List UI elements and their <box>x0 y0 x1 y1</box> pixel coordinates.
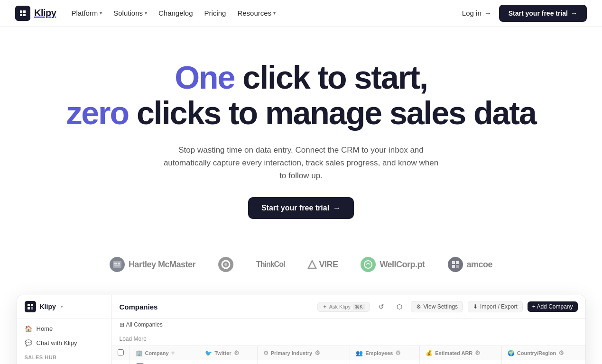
ai-icon: ✦ <box>323 304 327 310</box>
th-industry[interactable]: ⚙ Primary Industry ⚙ <box>257 346 350 360</box>
svg-rect-13 <box>31 304 33 306</box>
keyboard-shortcut: ⌘K <box>353 304 365 310</box>
grid-icon: ⊞ <box>120 321 124 328</box>
login-button[interactable]: Log in → <box>462 9 491 17</box>
brand-logos: Hartley McMaster ThinkCol VIRE WellCorp.… <box>0 242 602 295</box>
svg-rect-1 <box>114 263 117 264</box>
nav-item-solutions[interactable]: Solutions ▾ <box>113 9 147 17</box>
th-company-label: Company <box>145 350 169 356</box>
select-all-checkbox[interactable] <box>118 349 124 355</box>
nav-solutions-label: Solutions <box>113 9 143 17</box>
row-1-employees[interactable]: 1-10 <box>350 360 420 364</box>
svg-rect-2 <box>118 263 120 264</box>
svg-rect-3 <box>114 265 120 266</box>
trial-button-nav[interactable]: Start your free trial → <box>499 5 587 22</box>
th-company[interactable]: 🏢 Company + <box>130 346 199 360</box>
brand-thinkcol: ThinkCol <box>256 260 285 269</box>
sidebar-item-deals[interactable]: 📋 Deals <box>17 362 111 364</box>
row-1-twitter[interactable]: klipyai <box>199 360 257 364</box>
nav-item-changelog[interactable]: Changelog <box>158 9 193 17</box>
sub-toolbar: ⊞ All Companies <box>112 318 585 331</box>
th-twitter[interactable]: 🐦 Twitter ⚙ <box>199 346 257 360</box>
twitter-col-icon: 🐦 <box>205 350 212 356</box>
hero-cta-button[interactable]: Start your free trial → <box>248 197 354 219</box>
arr-col-icon: 💰 <box>426 350 433 356</box>
th-industry-label: Primary Industry <box>271 350 312 356</box>
th-employees-sort[interactable]: ⚙ <box>395 349 401 356</box>
hero-title-line1-text: click to start, <box>242 59 427 95</box>
th-arr[interactable]: 💰 Estimated ARR ⚙ <box>420 346 502 360</box>
load-more-button[interactable]: Load More <box>120 336 147 342</box>
hero-subtitle: Stop wasting time on data entry. Connect… <box>164 144 439 182</box>
vire-label: VIRE <box>319 260 338 270</box>
th-employees[interactable]: 👥 Employees ⚙ <box>350 346 420 360</box>
nav-platform-label: Platform <box>71 9 98 17</box>
th-industry-sort[interactable]: ⚙ <box>315 349 320 356</box>
sidebar: Klipy ▾ 🏠 Home 💬 Chat with Klipy Sales H… <box>17 295 112 364</box>
nav-left: Klipy Platform ▾ Solutions ▾ Changelog P… <box>15 6 276 21</box>
wellcorp-label: WellCorp.pt <box>380 260 425 270</box>
row-1-arr[interactable] <box>420 360 502 364</box>
row-checkbox-1 <box>112 360 130 364</box>
sidebar-item-chat[interactable]: 💬 Chat with Klipy <box>17 336 111 350</box>
sidebar-chevron-icon: ▾ <box>61 304 63 309</box>
brand-amcoe: amcoe <box>448 257 493 272</box>
th-country-label: Country/Region <box>517 350 556 356</box>
toolbar-right: ✦ Ask Klipy ⌘K ↺ ⬡ ⚙ View Settings ⬇ Imp… <box>317 300 578 313</box>
app-inner: Klipy ▾ 🏠 Home 💬 Chat with Klipy Sales H… <box>17 295 585 364</box>
chat-icon: 💬 <box>25 339 32 346</box>
nav-item-platform[interactable]: Platform ▾ <box>71 9 102 17</box>
sidebar-section-label: Sales Hub <box>17 350 111 362</box>
sidebar-item-home[interactable]: 🏠 Home <box>17 321 111 336</box>
view-settings-button[interactable]: ⚙ View Settings <box>411 301 463 312</box>
main-toolbar: Companies ✦ Ask Klipy ⌘K ↺ ⬡ ⚙ View Sett… <box>112 295 585 318</box>
th-arr-sort[interactable]: ⚙ <box>475 349 481 356</box>
all-companies-tab[interactable]: ⊞ All Companies <box>120 321 163 328</box>
add-company-label: + Add Company <box>532 303 573 310</box>
settings-icon: ⚙ <box>416 303 421 310</box>
add-company-button[interactable]: + Add Company <box>528 301 578 312</box>
hero-title-line2: zero clicks to manage sales data <box>15 96 587 130</box>
brand-ring <box>218 257 233 272</box>
th-checkbox <box>112 346 130 360</box>
nav-right: Log in → Start your free trial → <box>462 5 587 22</box>
svg-rect-9 <box>456 261 459 264</box>
th-twitter-sort[interactable]: ⚙ <box>234 349 240 356</box>
row-1-country[interactable]: Hong Kong <box>501 360 585 364</box>
refresh-button[interactable]: ↺ <box>375 300 388 313</box>
row-1-company[interactable]: K Klipy <box>130 360 199 364</box>
nav-pricing-label: Pricing <box>204 9 226 17</box>
sidebar-logo-icon <box>25 301 36 312</box>
import-export-button[interactable]: ⬇ Import / Export <box>468 301 523 312</box>
svg-marker-6 <box>308 261 316 268</box>
add-column-icon[interactable]: + <box>171 349 175 356</box>
login-label: Log in <box>462 9 482 17</box>
hero-cta-label: Start your free trial <box>261 204 329 212</box>
th-country[interactable]: 🌍 Country/Region ⚙ <box>501 346 585 360</box>
th-country-sort[interactable]: ⚙ <box>558 349 564 356</box>
hero-accent-one: One <box>175 59 234 95</box>
arrow-right-icon: → <box>571 9 577 17</box>
nav-item-resources[interactable]: Resources ▾ <box>237 9 276 17</box>
sidebar-home-label: Home <box>37 325 53 332</box>
view-settings-label: View Settings <box>424 303 458 310</box>
hero-title-line2-text: clicks to manage sales data <box>137 95 536 131</box>
load-more-bar: Load More <box>112 331 585 346</box>
share-button[interactable]: ⬡ <box>393 300 406 313</box>
row-1-industry[interactable]: Software <box>257 360 350 364</box>
vire-icon <box>307 260 317 269</box>
sidebar-chat-label: Chat with Klipy <box>37 339 77 346</box>
hero-title-line1: One click to start, <box>15 61 587 94</box>
logo[interactable]: Klipy <box>15 6 56 21</box>
svg-rect-0 <box>113 261 121 268</box>
ask-klipy-button[interactable]: ✦ Ask Klipy ⌘K <box>317 302 370 312</box>
svg-rect-10 <box>452 265 455 268</box>
amcoe-icon <box>448 257 463 272</box>
nav-item-pricing[interactable]: Pricing <box>204 9 226 17</box>
svg-rect-14 <box>28 307 30 309</box>
chevron-down-icon: ▾ <box>100 10 102 16</box>
hero-section: One click to start, zero clicks to manag… <box>0 27 602 242</box>
arrow-right-icon: → <box>333 204 341 212</box>
hero-accent-zero: zero <box>66 95 129 131</box>
logo-text: Klipy <box>34 8 56 18</box>
